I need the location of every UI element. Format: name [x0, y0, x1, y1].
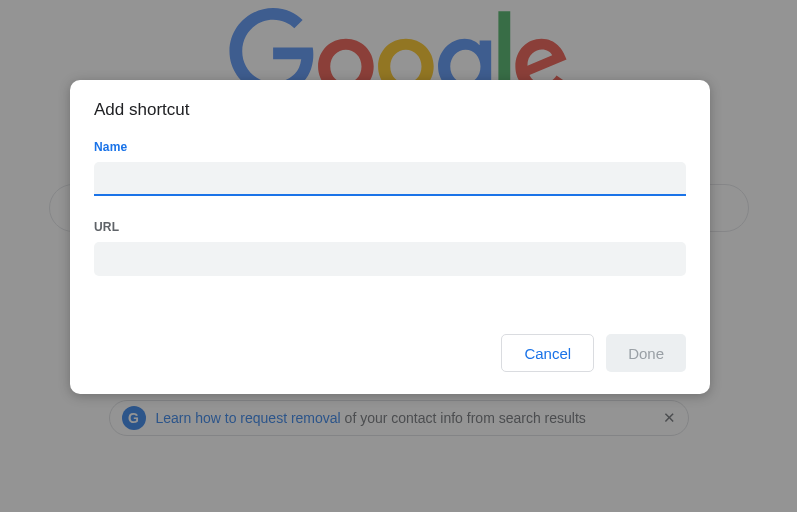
cancel-button[interactable]: Cancel — [501, 334, 594, 372]
url-input[interactable] — [94, 242, 686, 276]
url-field-label: URL — [94, 220, 686, 234]
dialog-title: Add shortcut — [94, 100, 686, 120]
done-button[interactable]: Done — [606, 334, 686, 372]
add-shortcut-dialog: Add shortcut Name URL Cancel Done — [70, 80, 710, 394]
name-input[interactable] — [94, 162, 686, 196]
modal-backdrop: Add shortcut Name URL Cancel Done — [0, 0, 797, 512]
name-field-label: Name — [94, 140, 686, 154]
